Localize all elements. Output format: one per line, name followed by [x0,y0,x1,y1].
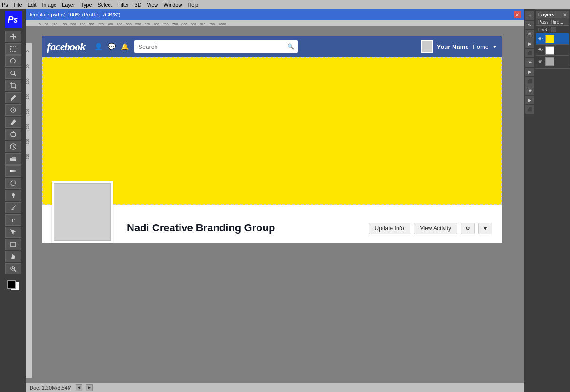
fb-update-info-button[interactable]: Update Info [369,223,410,234]
doc-close-button[interactable]: ✕ [514,11,521,18]
menu-window[interactable]: Window [164,2,182,8]
gradient-tool[interactable] [5,165,21,177]
menu-layer[interactable]: Layer [62,2,75,8]
layers-lock-row: Lock: [536,26,569,33]
fb-view-activity-button[interactable]: View Activity [414,223,457,234]
layer-thumb-2 [545,46,554,55]
layer-eye-2[interactable]: 👁 [537,47,544,54]
menu-image[interactable]: Image [42,2,57,8]
menu-ps[interactable]: Ps [2,2,8,8]
svg-rect-16 [10,170,16,172]
left-toolbar: Ps [0,9,26,392]
fb-dropdown-button[interactable]: ▼ [478,223,492,234]
panel-icon-10[interactable]: ⬛ [525,105,534,114]
history-tool[interactable] [5,141,21,152]
healing-tool[interactable] [5,104,21,116]
path-select-tool[interactable] [5,227,21,238]
right-panel: Layers ✕ Pass Thro... Lock: 👁 👁 👁 [535,9,570,392]
layer-item-1[interactable]: 👁 [536,33,569,45]
fb-logo: facebook [47,40,85,53]
eraser-tool[interactable] [5,153,21,165]
zoom-tool[interactable] [5,263,21,274]
shape-tool[interactable] [5,239,21,250]
fb-search-input[interactable] [138,43,285,50]
pen-tool[interactable] [5,202,21,213]
menu-edit[interactable]: Edit [28,2,37,8]
fb-navbar: facebook 👤 💬 🔔 🔍 [42,36,502,57]
clone-tool[interactable] [5,129,21,140]
layers-title: Layers [538,12,554,17]
top-menu-bar: Ps File Edit Image Layer Type Select Fil… [0,0,570,9]
panel-icon-8[interactable]: 👁 [525,86,534,95]
layer-eye-3[interactable]: 👁 [537,58,544,65]
hand-tool[interactable] [5,251,21,262]
fb-notifications-icon[interactable]: 🔔 [120,42,129,51]
layers-passthrough[interactable]: Pass Thro... [536,18,569,26]
svg-line-23 [14,270,16,272]
fb-profile-actions: Update Info View Activity ⚙ ▼ [369,223,492,238]
ps-logo: Ps [5,11,22,28]
panel-icon-5[interactable]: 👁 [525,58,534,67]
fb-dropdown-arrow-icon[interactable]: ▼ [492,44,497,49]
layer-eye-1[interactable]: 👁 [537,36,544,42]
lock-label: Lock: [538,27,549,32]
fb-home-link[interactable]: Home [472,43,489,50]
layers-panel-header: Layers ✕ [536,11,569,18]
menu-help[interactable]: Help [187,2,198,8]
ruler-vertical: 0 50 100 150 200 250 300 350 [26,43,32,378]
crop-tool[interactable] [5,80,21,91]
type-tool[interactable]: T [5,214,21,226]
svg-rect-0 [10,46,16,52]
layer-thumb-3 [545,57,554,66]
panel-icon-9[interactable]: ▶ [525,96,534,104]
scroll-right-button[interactable]: ▶ [86,384,93,391]
eyedropper-tool[interactable] [5,92,21,103]
fb-search-box[interactable]: 🔍 [134,40,298,53]
doc-title-bar: template.psd @ 100% (Profile, RGB/8*) ✕ [26,9,524,20]
panel-icon-3[interactable]: ▶ [525,39,534,48]
fb-gear-icon-button[interactable]: ⚙ [461,223,475,234]
fb-nav-profile-pic [421,40,433,53]
layer-thumb-1 [545,35,554,43]
blur-tool[interactable] [5,178,21,189]
menu-select[interactable]: Select [98,2,112,8]
brush-tool[interactable] [5,117,21,128]
menu-3d[interactable]: 3D [135,2,141,8]
svg-rect-15 [12,157,16,159]
panel-icon-1[interactable]: ⚙ [525,21,534,29]
panel-icon-7[interactable]: ⬛ [525,77,534,86]
canvas-area: template.psd @ 100% (Profile, RGB/8*) ✕ … [26,9,524,378]
quick-select-tool[interactable] [5,68,21,79]
fb-profile-section: Nadi Creative Branding Group Update Info… [42,205,502,243]
scroll-left-button[interactable]: ◀ [76,384,82,391]
fb-nav-right: Your Name Home ▼ [421,40,497,53]
panel-icon-2[interactable]: 👁 [525,30,534,39]
fb-profile-photo [52,181,113,243]
svg-point-17 [11,181,16,186]
panel-icon-6[interactable]: ▶ [525,68,534,76]
layer-item-3[interactable]: 👁 [536,56,569,67]
fb-messages-icon[interactable]: 💬 [107,42,116,51]
layer-item-2[interactable]: 👁 [536,45,569,56]
menu-view[interactable]: View [147,2,158,8]
move-tool[interactable] [5,31,21,42]
fb-search-icon: 🔍 [287,43,294,50]
canvas-scroll-area[interactable]: facebook 👤 💬 🔔 🔍 [32,26,524,378]
doc-info: Doc: 1.20M/3.54M [30,385,72,391]
status-bar: Doc: 1.20M/3.54M ◀ ▶ [26,383,524,392]
lasso-tool[interactable] [5,55,21,67]
svg-rect-7 [11,99,12,101]
lock-checkbox[interactable] [551,27,556,32]
menu-filter[interactable]: Filter [117,2,129,8]
fb-your-name[interactable]: Your Name [437,43,469,50]
menu-file[interactable]: File [14,2,22,8]
panel-toggle-icon[interactable]: ≡ [525,11,534,20]
marquee-tool[interactable] [5,43,21,55]
panel-icon-4[interactable]: ⬛ [525,49,534,57]
color-swatches[interactable] [5,278,21,292]
dodge-tool[interactable] [5,190,21,201]
fb-friends-icon[interactable]: 👤 [94,42,103,51]
layers-close-icon[interactable]: ✕ [563,12,567,17]
menu-type[interactable]: Type [81,2,92,8]
facebook-mockup: facebook 👤 💬 🔔 🔍 [42,36,502,243]
